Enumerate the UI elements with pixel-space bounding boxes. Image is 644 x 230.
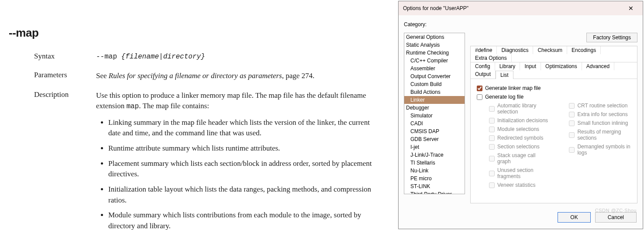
log-option-input bbox=[489, 144, 495, 150]
titlebar: Options for node "UserAPP" ✕ bbox=[399, 1, 643, 15]
tab-output[interactable]: Output bbox=[471, 70, 496, 79]
desc-p1b: . The map file contains: bbox=[139, 102, 209, 110]
generate-log-checkbox[interactable]: Generate log file bbox=[477, 94, 631, 100]
category-item[interactable]: I-jet bbox=[404, 143, 465, 151]
factory-settings-button[interactable]: Factory Settings bbox=[586, 33, 637, 42]
log-option-checkbox: Redirected symbols bbox=[489, 135, 548, 141]
log-option-label: Section selections bbox=[497, 144, 540, 150]
tab-input[interactable]: Input bbox=[520, 62, 541, 70]
tab-row-bottom: ConfigLibraryInputOptimizationsAdvancedO… bbox=[471, 62, 637, 79]
generate-map-label: Generate linker map file bbox=[485, 85, 541, 91]
log-option-input bbox=[489, 135, 495, 141]
category-item[interactable]: Output Converter bbox=[404, 72, 465, 80]
syntax-label: Syntax bbox=[9, 52, 96, 62]
category-item[interactable]: Build Actions bbox=[404, 88, 465, 96]
log-option-label: Stack usage call graph bbox=[497, 152, 548, 165]
syntax-cmd: --map bbox=[96, 53, 121, 61]
log-option-input bbox=[489, 171, 495, 176]
category-item[interactable]: ST-LINK bbox=[404, 182, 465, 190]
log-option-input bbox=[489, 106, 495, 112]
category-item[interactable]: C/C++ Compiler bbox=[404, 57, 465, 65]
log-option-checkbox: Extra info for sections bbox=[569, 111, 631, 117]
tab-checksum[interactable]: Checksum bbox=[533, 46, 567, 54]
generate-log-label: Generate log file bbox=[485, 94, 523, 100]
log-option-input bbox=[489, 182, 495, 188]
log-option-label: Results of merging sections bbox=[577, 129, 631, 141]
log-option-input bbox=[489, 127, 495, 132]
log-option-label: Unused section fragments bbox=[497, 167, 548, 179]
category-item[interactable]: Linker bbox=[404, 96, 465, 104]
log-option-checkbox: Veneer statistics bbox=[489, 182, 548, 188]
category-item[interactable]: GDB Server bbox=[404, 135, 465, 143]
desc-p1-code: map bbox=[126, 103, 139, 110]
tab-content-list: Generate linker map file Generate log fi… bbox=[471, 79, 637, 203]
generate-map-input[interactable] bbox=[477, 86, 482, 91]
dialog-title: Options for node "UserAPP" bbox=[403, 5, 623, 11]
log-option-input bbox=[569, 147, 575, 153]
log-option-checkbox: Initialization decisions bbox=[489, 117, 548, 124]
button-bar: OK Cancel bbox=[399, 208, 643, 229]
options-dialog: Options for node "UserAPP" ✕ Category: G… bbox=[398, 1, 643, 229]
tab-library[interactable]: Library bbox=[495, 62, 520, 70]
category-item[interactable]: Assembler bbox=[404, 65, 465, 72]
log-option-input bbox=[569, 103, 575, 109]
category-item[interactable]: CADI bbox=[404, 120, 465, 127]
tab-list[interactable]: List bbox=[496, 71, 513, 79]
log-option-checkbox: Stack usage call graph bbox=[489, 152, 548, 165]
category-item[interactable]: Simulator bbox=[404, 112, 465, 120]
log-option-label: Small function inlining bbox=[577, 120, 628, 126]
parameters-label: Parameters bbox=[9, 71, 96, 82]
log-option-label: CRT routine selection bbox=[577, 103, 627, 109]
log-option-label: Automatic library selection bbox=[497, 103, 548, 115]
category-item[interactable]: J-Link/J-Trace bbox=[404, 151, 465, 159]
ok-button[interactable]: OK bbox=[558, 212, 590, 223]
desc-bullet: Module summary which lists contributions… bbox=[108, 210, 375, 230]
tab-config[interactable]: Config bbox=[471, 62, 495, 70]
params-suffix: , page 274. bbox=[282, 72, 315, 80]
tab--define[interactable]: #define bbox=[471, 46, 497, 54]
tab-advanced[interactable]: Advanced bbox=[582, 62, 614, 70]
desc-bullet: Initialization table layout which lists … bbox=[108, 184, 375, 206]
category-item[interactable]: Debugger bbox=[404, 104, 465, 112]
log-option-checkbox: Demangled symbols in logs bbox=[569, 144, 631, 156]
log-option-checkbox: Section selections bbox=[489, 144, 548, 150]
category-item[interactable]: Nu-Link bbox=[404, 167, 465, 175]
log-option-label: Veneer statistics bbox=[497, 182, 535, 188]
tab-optimizations[interactable]: Optimizations bbox=[541, 62, 582, 70]
generate-log-input[interactable] bbox=[477, 94, 482, 100]
log-option-label: Initialization decisions bbox=[497, 117, 548, 124]
category-item[interactable]: PE micro bbox=[404, 175, 465, 182]
category-item[interactable]: Third-Party Driver bbox=[404, 190, 465, 194]
tab-encodings[interactable]: Encodings bbox=[567, 46, 601, 54]
tab-diagnostics[interactable]: Diagnostics bbox=[497, 46, 533, 54]
log-option-label: Demangled symbols in logs bbox=[577, 144, 631, 156]
category-listbox[interactable]: General OptionsStatic AnalysisRuntime Ch… bbox=[404, 33, 465, 194]
close-icon[interactable]: ✕ bbox=[623, 5, 638, 12]
category-item[interactable]: CMSIS DAP bbox=[404, 127, 465, 135]
category-item[interactable]: TI Stellaris bbox=[404, 159, 465, 167]
log-option-checkbox: CRT routine selection bbox=[569, 103, 631, 109]
category-item[interactable]: Custom Build bbox=[404, 80, 465, 88]
description-value: Use this option to produce a linker memo… bbox=[96, 90, 384, 230]
cancel-button[interactable]: Cancel bbox=[595, 212, 637, 223]
syntax-arg: {filename|directory} bbox=[121, 53, 205, 61]
syntax-value: --map {filename|directory} bbox=[96, 52, 384, 62]
log-option-input bbox=[489, 156, 495, 161]
desc-bullet: Runtime attribute summary which lists ru… bbox=[108, 143, 375, 154]
tab-row-top: #defineDiagnosticsChecksumEncodingsExtra… bbox=[471, 46, 637, 62]
tab-extra-options[interactable]: Extra Options bbox=[471, 54, 512, 62]
category-item[interactable]: General Options bbox=[404, 33, 465, 41]
log-option-label: Redirected symbols bbox=[497, 135, 543, 141]
desc-bullet: Linking summary in the map file header w… bbox=[108, 117, 375, 139]
log-option-input bbox=[569, 120, 575, 126]
log-option-input bbox=[569, 132, 575, 138]
parameters-value: See Rules for specifying a filename or d… bbox=[96, 71, 384, 82]
generate-map-checkbox[interactable]: Generate linker map file bbox=[477, 85, 631, 91]
log-option-checkbox: Results of merging sections bbox=[569, 129, 631, 141]
category-item[interactable]: Runtime Checking bbox=[404, 49, 465, 57]
log-option-label: Extra info for sections bbox=[577, 111, 627, 117]
description-label: Description bbox=[9, 90, 96, 230]
log-option-input bbox=[489, 118, 495, 124]
log-option-checkbox: Unused section fragments bbox=[489, 167, 548, 179]
category-item[interactable]: Static Analysis bbox=[404, 41, 465, 49]
